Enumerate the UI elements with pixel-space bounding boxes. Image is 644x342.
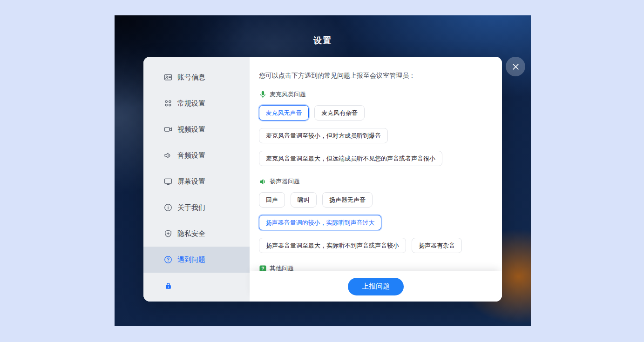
sidebar-item-report-issue[interactable]: 遇到问题	[143, 247, 250, 273]
issues-scroll-area: 您可以点击下方遇到的常见问题上报至会议室管理员： 麦克风类问题麦克风无声音麦克风…	[250, 57, 502, 302]
id-card-icon	[164, 73, 172, 81]
svg-text:?: ?	[261, 266, 264, 271]
section-header: 扬声器问题	[259, 177, 493, 186]
section-header: 麦克风类问题	[259, 90, 493, 99]
sidebar-item-label: 常规设置	[177, 99, 205, 108]
close-icon	[512, 63, 520, 71]
section-speaker-issues: 扬声器问题回声啸叫扬声器无声音扬声器音量调的较小，实际听到声音过大扬声器音量调至…	[259, 177, 493, 253]
sidebar-item-label: 视频设置	[177, 125, 205, 134]
option-list: 麦克风无声音麦克风有杂音麦克风音量调至较小，但对方成员听到爆音麦克风音量调至最大…	[259, 105, 493, 166]
content-footer: 上报问题	[250, 271, 502, 302]
microphone-green-icon	[259, 91, 266, 98]
sidebar-item-account-info[interactable]: 账号信息	[143, 64, 250, 90]
meeting-room-backdrop: 设置 账号信息常规设置视频设置音频设置屏幕设置关于我们隐私安全遇到问题 您可以点…	[115, 15, 531, 326]
sidebar-item-label: 关于我们	[177, 203, 205, 212]
issue-option[interactable]: 扬声器有杂音	[412, 238, 462, 253]
settings-title: 设置	[115, 35, 531, 46]
info-circle-icon	[164, 203, 172, 212]
sidebar-item-about-us[interactable]: 关于我们	[143, 194, 250, 221]
sidebar-item-video-settings[interactable]: 视频设置	[143, 116, 250, 142]
sidebar-item-label: 屏幕设置	[177, 177, 205, 186]
close-button[interactable]	[506, 57, 525, 76]
report-problem-button[interactable]: 上报问题	[348, 278, 404, 295]
sidebar-item-audio-settings[interactable]: 音频设置	[143, 142, 250, 168]
sidebar-nav: 账号信息常规设置视频设置音频设置屏幕设置关于我们隐私安全遇到问题	[143, 64, 250, 273]
settings-content: 您可以点击下方遇到的常见问题上报至会议室管理员： 麦克风类问题麦克风无声音麦克风…	[250, 57, 502, 302]
sidebar-item-label: 账号信息	[177, 73, 205, 82]
settings-dialog: 账号信息常规设置视频设置音频设置屏幕设置关于我们隐私安全遇到问题 您可以点击下方…	[143, 57, 502, 302]
video-camera-icon	[164, 125, 172, 134]
option-list: 回声啸叫扬声器无声音扬声器音量调的较小，实际听到声音过大扬声器音量调至最大，实际…	[259, 192, 493, 253]
sidebar-item-label: 隐私安全	[177, 229, 205, 238]
section-microphone-issues: 麦克风类问题麦克风无声音麦克风有杂音麦克风音量调至较小，但对方成员听到爆音麦克风…	[259, 90, 493, 166]
sidebar-item-screen-settings[interactable]: 屏幕设置	[143, 168, 250, 194]
shield-plus-icon	[164, 229, 172, 238]
issue-option[interactable]: 麦克风音量调至较小，但对方成员听到爆音	[259, 128, 388, 143]
speaker-green-icon	[259, 178, 266, 185]
issue-option[interactable]: 麦克风有杂音	[314, 105, 365, 121]
issue-option[interactable]: 扬声器音量调至最大，实际听不到声音或声音较小	[259, 238, 406, 253]
issue-option[interactable]: 啸叫	[291, 192, 317, 208]
intro-text: 您可以点击下方遇到的常见问题上报至会议室管理员：	[259, 71, 493, 80]
section-title: 扬声器问题	[270, 177, 300, 186]
monitor-icon	[164, 177, 172, 186]
sidebar-item-label: 遇到问题	[177, 255, 205, 264]
sidebar-item-label: 音频设置	[177, 151, 205, 160]
issue-sections: 麦克风类问题麦克风无声音麦克风有杂音麦克风音量调至较小，但对方成员听到爆音麦克风…	[259, 90, 493, 295]
sidebar-item-privacy-security[interactable]: 隐私安全	[143, 221, 250, 247]
issue-option[interactable]: 扬声器音量调的较小，实际听到声音过大	[259, 215, 381, 230]
sidebar-item-general-settings[interactable]: 常规设置	[143, 90, 250, 116]
issue-option[interactable]: 麦克风无声音	[259, 105, 309, 121]
question-circle-icon	[164, 255, 172, 264]
issue-option[interactable]: 扬声器无声音	[322, 192, 373, 208]
settings-sidebar: 账号信息常规设置视频设置音频设置屏幕设置关于我们隐私安全遇到问题	[143, 57, 250, 302]
grid-dots-icon	[164, 99, 172, 107]
sidebar-item-lock[interactable]	[143, 273, 250, 299]
issue-option[interactable]: 回声	[259, 192, 285, 208]
speaker-outline-icon	[164, 151, 172, 160]
issue-option[interactable]: 麦克风音量调至最大，但远端成员听不见您的声音或者声音很小	[259, 151, 442, 166]
section-title: 麦克风类问题	[270, 90, 306, 99]
lock-icon	[164, 282, 172, 290]
